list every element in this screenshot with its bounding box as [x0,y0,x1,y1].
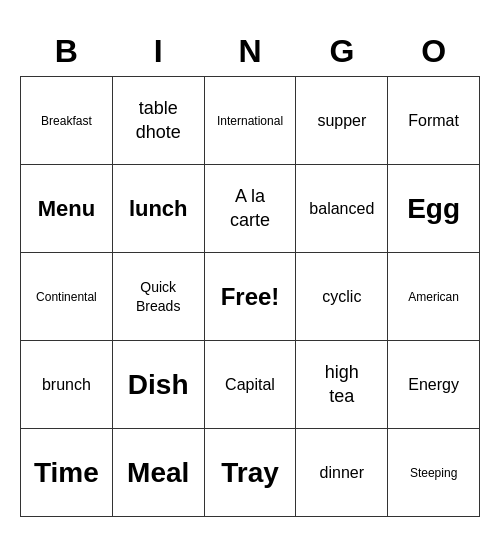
bingo-cell-3-4: Energy [388,341,480,429]
bingo-row-4: TimeMealTraydinnerSteeping [21,429,480,517]
bingo-row-2: ContinentalQuickBreadsFree!cyclicAmerica… [21,253,480,341]
bingo-cell-3-0: brunch [21,341,113,429]
bingo-cell-2-3: cyclic [296,253,388,341]
bingo-cell-2-4: American [388,253,480,341]
bingo-cell-0-1: tabledhote [112,77,204,165]
bingo-cell-4-1: Meal [112,429,204,517]
bingo-cell-0-4: Format [388,77,480,165]
bingo-row-0: BreakfasttabledhoteInternationalsupperFo… [21,77,480,165]
bingo-cell-1-1: lunch [112,165,204,253]
bingo-row-1: MenulunchA lacartebalancedEgg [21,165,480,253]
bingo-card: BINGO BreakfasttabledhoteInternationalsu… [20,27,480,517]
bingo-cell-0-3: supper [296,77,388,165]
header-B: B [21,27,113,77]
bingo-header: BINGO [21,27,480,77]
bingo-cell-2-1: QuickBreads [112,253,204,341]
bingo-cell-1-3: balanced [296,165,388,253]
bingo-cell-4-4: Steeping [388,429,480,517]
header-G: G [296,27,388,77]
bingo-cell-2-0: Continental [21,253,113,341]
bingo-cell-4-3: dinner [296,429,388,517]
bingo-cell-2-2: Free! [204,253,296,341]
bingo-cell-4-2: Tray [204,429,296,517]
bingo-row-3: brunchDishCapitalhighteaEnergy [21,341,480,429]
bingo-cell-1-4: Egg [388,165,480,253]
bingo-cell-3-1: Dish [112,341,204,429]
header-I: I [112,27,204,77]
bingo-cell-1-2: A lacarte [204,165,296,253]
bingo-cell-3-2: Capital [204,341,296,429]
bingo-cell-0-2: International [204,77,296,165]
header-N: N [204,27,296,77]
bingo-cell-3-3: hightea [296,341,388,429]
bingo-cell-1-0: Menu [21,165,113,253]
header-O: O [388,27,480,77]
bingo-cell-4-0: Time [21,429,113,517]
bingo-cell-0-0: Breakfast [21,77,113,165]
